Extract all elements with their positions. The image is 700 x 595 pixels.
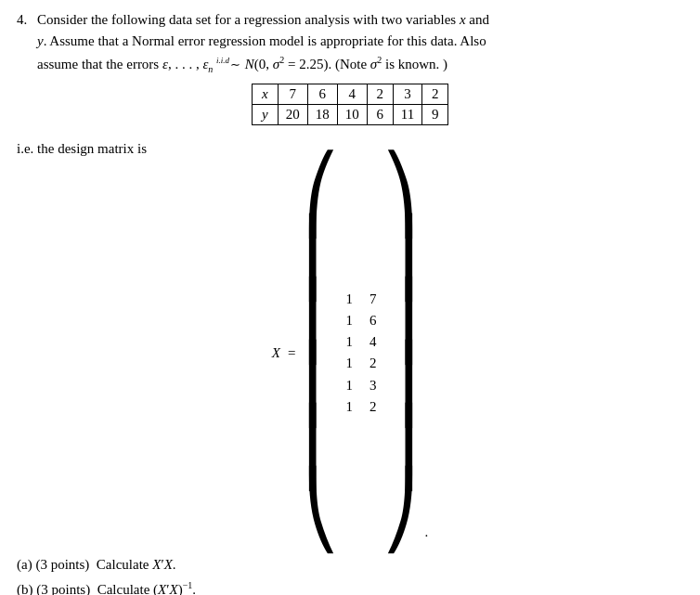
- matrix-equals: =: [288, 345, 295, 361]
- part-a: (a) (3 points) Calculate X′X.: [17, 553, 683, 577]
- question-header: 4. Consider the following data set for a…: [17, 9, 683, 76]
- part-a-points: (3 points) Calculate X′X.: [35, 553, 175, 577]
- data-table-wrapper: x 7 6 4 2 3 2 y 20 18 10 6 11 9: [252, 84, 448, 125]
- matrix-period: .: [424, 524, 428, 540]
- intro-text-line1: Consider the following data set for a re…: [37, 12, 489, 27]
- right-paren-icon: ⎞⎟⎟⎟⎟⎠: [382, 163, 419, 542]
- col-header-y: y: [252, 105, 278, 125]
- design-matrix-section: i.e. the design matrix is: [17, 138, 683, 160]
- x-val-5: 3: [393, 84, 421, 105]
- data-table: x 7 6 4 2 3 2 y 20 18 10 6 11 9: [252, 84, 448, 125]
- y-val-1: 20: [278, 105, 307, 125]
- design-matrix-label: i.e. the design matrix is: [17, 141, 147, 156]
- part-a-label: (a): [17, 553, 35, 577]
- y-val-4: 6: [367, 105, 393, 125]
- x-val-4: 2: [367, 84, 393, 105]
- x-val-1: 7: [278, 84, 307, 105]
- question-number: 4.: [17, 9, 37, 31]
- matrix-content: 17 16 14 12 13 12: [342, 289, 380, 419]
- matrix-row-4: 12: [345, 353, 376, 374]
- table-row-y: y 20 18 10 6 11 9: [252, 105, 447, 125]
- parts-section: (a) (3 points) Calculate X′X. (b) (3 poi…: [17, 553, 683, 595]
- matrix-row-6: 12: [345, 396, 376, 418]
- x-val-3: 4: [337, 84, 367, 105]
- col-header-x: x: [252, 84, 278, 105]
- intro-text-line2: y. Assume that a Normal error regression…: [37, 33, 486, 48]
- matrix-row-3: 14: [345, 331, 376, 353]
- part-b-points: (3 points) Calculate (X′X)−1.: [36, 577, 196, 595]
- y-val-6: 9: [422, 105, 448, 125]
- intro-text-line3: assume that the errors ε, . . . , εn i.i…: [37, 57, 447, 71]
- y-val-2: 18: [307, 105, 337, 125]
- matrix-x-label: X: [272, 345, 280, 361]
- question-block: 4. Consider the following data set for a…: [17, 9, 683, 595]
- matrix-row-1: 17: [345, 289, 376, 310]
- y-val-5: 11: [393, 105, 421, 125]
- matrix-row-5: 13: [345, 375, 376, 396]
- matrix-row-2: 16: [345, 310, 376, 331]
- matrix-outer: ⎛⎜⎜⎜⎜⎝ 17 16 14 12 13 12 ⎞⎟⎟⎟⎟⎠: [303, 163, 419, 542]
- part-b-label: (b): [17, 578, 36, 595]
- matrix-display: X = ⎛⎜⎜⎜⎜⎝ 17 16 14 12 13 12 ⎞⎟⎟⎟⎟⎠ .: [17, 163, 683, 542]
- x-val-2: 6: [307, 84, 337, 105]
- x-val-6: 2: [422, 84, 448, 105]
- question-text: Consider the following data set for a re…: [37, 9, 489, 76]
- y-val-3: 10: [337, 105, 367, 125]
- left-paren-icon: ⎛⎜⎜⎜⎜⎝: [303, 163, 340, 542]
- part-b: (b) (3 points) Calculate (X′X)−1.: [17, 577, 683, 595]
- table-row-x: x 7 6 4 2 3 2: [252, 84, 447, 105]
